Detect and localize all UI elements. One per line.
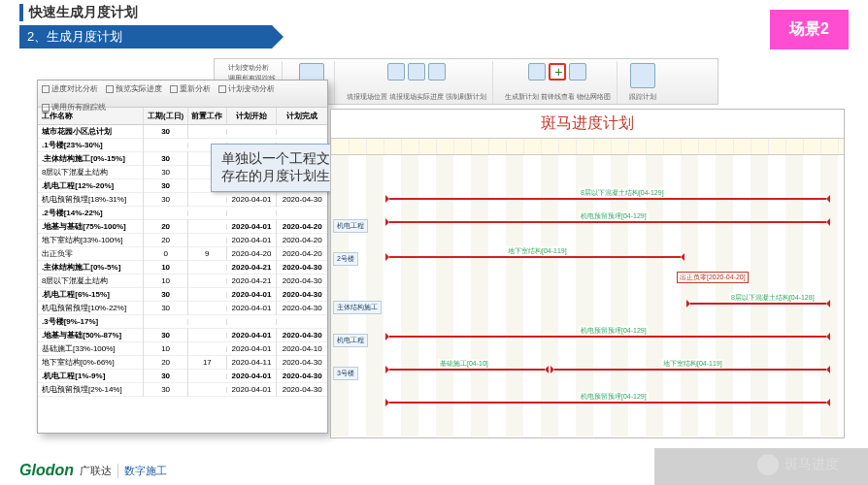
refresh-icon[interactable] [428,63,446,81]
gantt-bar[interactable] [389,402,826,404]
gantt-bar-label: 地下室结构[04-119] [661,359,724,369]
gantt-side-label: 2号楼 [333,252,358,266]
gantt-body[interactable]: 机电工程2号楼主体结构施工机电工程3号楼8层以下混凝土结构[04-129]机电预… [331,155,844,436]
gantt-side-label: 机电工程 [333,219,368,233]
gantt-side-label: 3号楼 [333,367,358,380]
gantt-bar[interactable] [554,369,826,371]
gantt-bar-label: 机电预留预埋[04-129] [579,326,649,336]
scene-badge: 场景2 [770,10,849,49]
gantt-bar[interactable] [389,336,826,338]
slide-subtitle: 2、生成月度计划 [19,25,272,48]
gantt-milestone: 出正负零[2020-04-20] [677,272,749,283]
gantt-bar[interactable] [389,256,681,258]
gantt-bar-label: 机电预留预埋[04-129] [579,392,649,402]
network-icon[interactable] [569,63,586,81]
gantt-bar-label: 机电预留预埋[04-129] [579,211,649,221]
gantt-title: 斑马进度计划 [331,110,844,138]
panel-toolbar: 进度对比分析 预览实际进度 重新分析 计划变动分析 调用所有跟踪线 [38,81,327,108]
generate-plan-icon[interactable]: + [549,63,566,81]
track-icon[interactable] [630,63,655,88]
gantt-side-label: 主体结构施工 [333,301,382,314]
gantt-bar-label: 基础施工[04-10] [438,359,490,369]
ribbon-item[interactable]: 计划变动分析 [228,63,276,73]
gantt-bar-label: 地下室结构[04-119] [506,246,569,256]
table-header: 工作名称 工期(工日) 前置工作 计划开始 计划完成 [38,108,327,125]
toolbar-item[interactable]: 预览实际进度 [106,83,162,94]
toolbar-item[interactable]: 进度对比分析 [42,83,98,94]
toolbar-item[interactable]: 重新分析 [170,83,211,94]
gantt-bar[interactable] [690,303,826,305]
gantt-timescale [331,138,844,155]
report-icon[interactable] [387,63,405,81]
gantt-bar[interactable] [389,221,826,223]
table-row[interactable]: 机电预留预埋[2%-14%]302020-04-012020-04-30 [38,383,327,397]
logo: Glodon [19,462,74,479]
gantt-bar-label: 8层以下混凝土结构[04-129] [579,188,666,198]
toolbar-item[interactable]: 计划变动分析 [218,83,275,94]
slide-title: 快速生成月度计划 [19,4,272,21]
wechat-badge: 斑马进度 [757,454,839,475]
wechat-icon [757,454,779,475]
task-panel: 进度对比分析 预览实际进度 重新分析 计划变动分析 调用所有跟踪线 工作名称 工… [37,80,328,434]
gantt-bar-label: 8层以下混凝土结构[04-128] [729,293,817,303]
footer: Glodon 广联达 数字施工 [19,462,167,479]
gantt-bar[interactable] [389,369,545,371]
gantt-chart: 斑马进度计划 机电工程2号楼主体结构施工机电工程3号楼8层以下混凝土结构[04-… [330,109,845,438]
progress-icon[interactable] [408,63,425,81]
gantt-side-label: 机电工程 [333,334,368,347]
gantt-bar[interactable] [389,198,826,200]
plan-icon[interactable] [528,63,546,81]
